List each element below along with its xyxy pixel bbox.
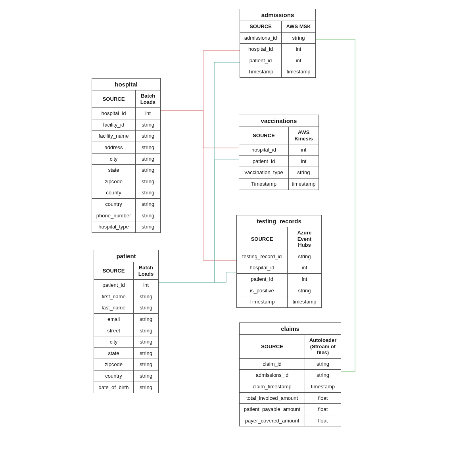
column-type: int	[282, 55, 315, 66]
column-type: int	[288, 262, 321, 273]
column-row: admissions_idstring	[240, 33, 315, 44]
column-type: int	[288, 274, 321, 285]
column-rows: claim_idstringadmissions_idstringclaim_t…	[240, 359, 341, 426]
column-name: first_name	[94, 291, 134, 302]
column-type: float	[305, 404, 341, 415]
entity-title: hospital	[92, 79, 160, 90]
column-type: int	[136, 108, 160, 119]
column-name: Timestamp	[237, 296, 288, 307]
source-value: AWS MSK	[282, 21, 315, 32]
column-name: hospital_id	[92, 108, 136, 119]
entity-title: admissions	[240, 9, 315, 21]
column-rows: admissions_idstringhospital_idintpatient…	[240, 33, 315, 77]
column-row: hospital_idint	[237, 262, 321, 274]
column-type: string	[134, 291, 158, 302]
column-row: emailstring	[94, 314, 158, 325]
column-rows: hospital_idintfacility_idstringfacility_…	[92, 108, 160, 232]
column-row: patient_idint	[240, 55, 315, 67]
column-row: hospital_typestring	[92, 221, 160, 232]
column-name: country	[92, 199, 136, 210]
column-type: timestamp	[288, 296, 321, 307]
entity-vaccinations: vaccinations SOURCE AWS Kinesis hospital…	[239, 115, 319, 190]
column-name: email	[94, 314, 134, 325]
column-name: claim_timestamp	[240, 381, 305, 392]
column-row: patient_idint	[237, 274, 321, 285]
source-label: SOURCE	[92, 90, 136, 107]
entity-patient: patient SOURCE Batch Loads patient_idint…	[94, 250, 159, 393]
column-row: hospital_idint	[92, 108, 160, 119]
column-name: zipcode	[92, 176, 136, 187]
column-rows: hospital_idintpatient_idintvaccination_t…	[239, 144, 319, 189]
column-type: string	[136, 187, 160, 198]
entity-title: claims	[240, 323, 341, 335]
column-name: state	[94, 348, 134, 359]
source-label: SOURCE	[240, 21, 282, 32]
column-name: facility_name	[92, 131, 136, 142]
column-name: facility_id	[92, 119, 136, 131]
column-type: string	[282, 33, 315, 44]
column-name: admissions_id	[240, 370, 305, 381]
column-row: phone_numberstring	[92, 210, 160, 222]
column-row: facility_namestring	[92, 131, 160, 142]
column-type: timestamp	[305, 381, 341, 392]
column-type: string	[288, 285, 321, 296]
column-name: county	[92, 187, 136, 198]
column-name: vaccination_type	[239, 167, 289, 178]
source-value: Autoloader (Stream of files)	[305, 335, 341, 358]
column-row: admissions_idstring	[240, 370, 341, 381]
column-row: is_positivestring	[237, 285, 321, 297]
column-type: string	[136, 176, 160, 187]
column-row: patient_idint	[94, 280, 158, 291]
column-type: timestamp	[282, 66, 315, 77]
column-row: patient_payable_amountfloat	[240, 404, 341, 415]
column-row: first_namestring	[94, 291, 158, 303]
column-row: statestring	[92, 165, 160, 176]
column-name: patient_payable_amount	[240, 404, 305, 415]
column-row: statestring	[94, 348, 158, 359]
column-name: address	[92, 142, 136, 153]
column-row: Timestamptimestamp	[240, 66, 315, 77]
column-name: claim_id	[240, 359, 305, 370]
column-row: streetstring	[94, 325, 158, 337]
column-type: string	[136, 165, 160, 176]
source-value: Azure Event Hubs	[288, 227, 321, 251]
column-row: citystring	[94, 336, 158, 348]
column-rows: patient_idintfirst_namestringlast_namest…	[94, 280, 158, 393]
source-label: SOURCE	[239, 127, 289, 144]
column-type: string	[136, 199, 160, 210]
column-type: string	[134, 325, 158, 336]
column-type: string	[136, 142, 160, 153]
column-name: last_name	[94, 302, 134, 313]
column-row: hospital_idint	[240, 44, 315, 55]
column-type: int	[289, 144, 319, 155]
source-value: Batch Loads	[134, 262, 158, 279]
source-label: SOURCE	[240, 335, 305, 358]
column-row: Timestamptimestamp	[239, 178, 319, 190]
column-type: string	[288, 251, 321, 262]
column-name: country	[94, 370, 134, 382]
column-type: string	[134, 382, 158, 393]
column-rows: testing_record_idstringhospital_idintpat…	[237, 251, 321, 307]
column-type: string	[136, 221, 160, 232]
column-name: state	[92, 165, 136, 176]
entity-hospital: hospital SOURCE Batch Loads hospital_idi…	[92, 78, 161, 233]
entity-title: patient	[94, 250, 158, 262]
column-type: string	[136, 154, 160, 165]
entity-claims: claims SOURCE Autoloader (Stream of file…	[239, 322, 341, 426]
column-row: countrystring	[92, 199, 160, 210]
column-row: hospital_idint	[239, 144, 319, 156]
column-name: city	[92, 154, 136, 165]
column-type: int	[282, 44, 315, 55]
column-name: Timestamp	[240, 66, 282, 77]
column-type: string	[134, 359, 158, 370]
column-type: timestamp	[289, 178, 319, 190]
column-row: Timestamptimestamp	[237, 296, 321, 307]
column-row: citystring	[92, 154, 160, 165]
column-type: string	[134, 348, 158, 359]
column-name: patient_id	[237, 274, 288, 285]
column-type: string	[305, 359, 341, 370]
source-value: Batch Loads	[136, 90, 160, 107]
column-type: string	[134, 336, 158, 347]
column-row: zipcodestring	[92, 176, 160, 188]
column-row: vaccination_typestring	[239, 167, 319, 178]
